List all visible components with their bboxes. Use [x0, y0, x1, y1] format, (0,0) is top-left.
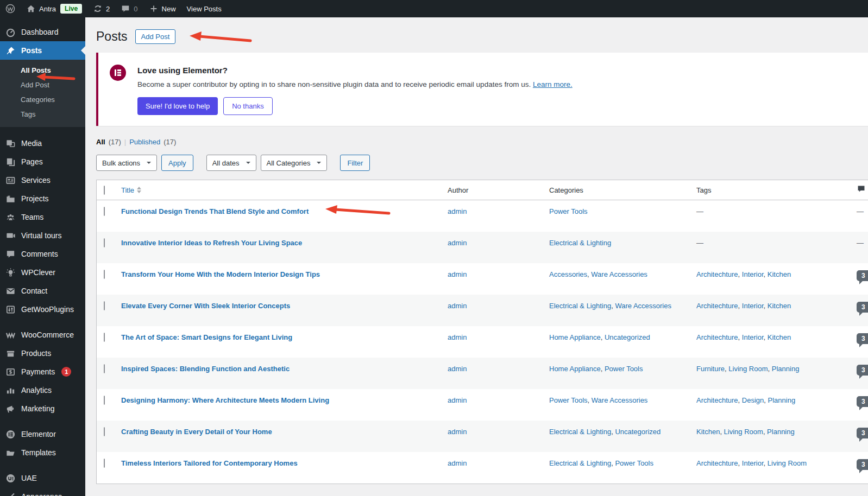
- category-link[interactable]: Home Appliance: [549, 365, 601, 373]
- filter-published-link[interactable]: Published: [129, 138, 160, 146]
- banner-decline-button[interactable]: No thanks: [223, 97, 273, 115]
- post-title-link[interactable]: Designing Harmony: Where Architecture Me…: [121, 396, 329, 404]
- sidebar-item-products[interactable]: Products: [0, 344, 85, 363]
- category-link[interactable]: Power Tools: [549, 207, 588, 215]
- submenu-item-categories[interactable]: Categories: [0, 92, 85, 107]
- submenu-item-tags[interactable]: Tags: [0, 107, 85, 122]
- sidebar-item-wpclever[interactable]: WPClever: [0, 263, 85, 282]
- sidebar-item-dashboard[interactable]: Dashboard: [0, 23, 85, 41]
- category-link[interactable]: Electrical & Lighting: [549, 428, 611, 436]
- sidebar-item-marketing[interactable]: Marketing: [0, 399, 85, 418]
- tag-link[interactable]: Furniture: [696, 365, 725, 373]
- filter-button[interactable]: Filter: [340, 155, 370, 171]
- sidebar-item-elementor[interactable]: Elementor: [0, 425, 85, 443]
- row-checkbox[interactable]: [104, 238, 105, 247]
- author-link[interactable]: admin: [448, 459, 467, 467]
- row-checkbox[interactable]: [104, 459, 105, 468]
- row-checkbox[interactable]: [104, 207, 105, 216]
- view-posts-menu[interactable]: View Posts: [181, 0, 227, 17]
- tag-link[interactable]: Architechture: [696, 333, 738, 341]
- sidebar-item-uae[interactable]: UAE: [0, 469, 85, 487]
- tag-link[interactable]: Living Room: [724, 428, 763, 436]
- author-link[interactable]: admin: [448, 207, 467, 215]
- tag-link[interactable]: Design: [742, 396, 764, 404]
- post-title-link[interactable]: Innovative Interior Ideas to Refresh You…: [121, 239, 302, 247]
- tag-link[interactable]: Kitchen: [768, 302, 791, 310]
- tag-link[interactable]: Architechture: [696, 396, 738, 404]
- row-checkbox[interactable]: [104, 333, 105, 342]
- comments-menu[interactable]: 0: [115, 0, 143, 17]
- author-link[interactable]: admin: [448, 270, 467, 278]
- post-title-link[interactable]: Crafting Beauty in Every Detail of Your …: [121, 428, 272, 436]
- sidebar-item-analytics[interactable]: Analytics: [0, 381, 85, 399]
- author-link[interactable]: admin: [448, 396, 467, 404]
- column-header-title[interactable]: Title: [121, 186, 448, 194]
- tag-link[interactable]: Kitchen: [768, 333, 791, 341]
- comment-count-bubble[interactable]: 3: [857, 459, 868, 470]
- add-post-button[interactable]: Add Post: [135, 29, 176, 44]
- sidebar-item-appearance[interactable]: Appearance: [0, 487, 85, 496]
- tag-link[interactable]: Living Room: [728, 365, 768, 373]
- apply-button[interactable]: Apply: [161, 155, 193, 171]
- sidebar-item-pages[interactable]: Pages: [0, 152, 85, 171]
- row-checkbox[interactable]: [104, 364, 105, 373]
- tag-link[interactable]: Kitchen: [768, 270, 791, 278]
- author-link[interactable]: admin: [448, 428, 467, 436]
- categories-select[interactable]: All Categories: [261, 155, 328, 171]
- tag-link[interactable]: Interior: [742, 459, 764, 467]
- comment-count-bubble[interactable]: 3: [857, 333, 868, 344]
- tag-link[interactable]: Planning: [767, 428, 795, 436]
- sidebar-item-services[interactable]: Services: [0, 171, 85, 189]
- sidebar-item-getwooplugins[interactable]: GetWooPlugins: [0, 300, 85, 319]
- submenu-item-add-post[interactable]: Add Post: [0, 78, 85, 92]
- tag-link[interactable]: Architechture: [696, 302, 738, 310]
- row-checkbox[interactable]: [104, 270, 105, 279]
- post-title-link[interactable]: The Art of Space: Smart Designs for Eleg…: [121, 333, 292, 341]
- tag-link[interactable]: Planning: [772, 365, 800, 373]
- tag-link[interactable]: Planning: [768, 396, 796, 404]
- post-title-link[interactable]: Elevate Every Corner With Sleek Interior…: [121, 302, 290, 310]
- sidebar-item-teams[interactable]: Teams: [0, 208, 85, 226]
- new-content-menu[interactable]: New: [143, 0, 181, 17]
- category-link[interactable]: Uncategorized: [605, 333, 650, 341]
- tag-link[interactable]: Architechture: [696, 270, 738, 278]
- post-title-link[interactable]: Functional Design Trends That Blend Styl…: [121, 207, 309, 215]
- author-link[interactable]: admin: [448, 365, 467, 373]
- site-menu[interactable]: Antra Live: [21, 0, 87, 17]
- tag-link[interactable]: Interior: [742, 302, 764, 310]
- author-link[interactable]: admin: [448, 333, 467, 341]
- category-link[interactable]: Ware Accessories: [591, 270, 647, 278]
- category-link[interactable]: Home Appliance: [549, 333, 601, 341]
- category-link[interactable]: Electrical & Lighting: [549, 459, 611, 467]
- tag-link[interactable]: Interior: [742, 333, 764, 341]
- banner-accept-button[interactable]: Sure! I'd love to help: [137, 97, 218, 115]
- comment-count-bubble[interactable]: 3: [857, 428, 868, 438]
- category-link[interactable]: Uncategorized: [615, 428, 661, 436]
- submenu-item-all-posts[interactable]: All Posts: [0, 63, 85, 78]
- tag-link[interactable]: Kitchen: [696, 428, 720, 436]
- sidebar-item-posts[interactable]: Posts: [0, 41, 85, 60]
- filter-all-link[interactable]: All: [96, 138, 105, 146]
- row-checkbox[interactable]: [104, 301, 105, 310]
- sidebar-item-contact[interactable]: Contact: [0, 282, 85, 300]
- category-link[interactable]: Power Tools: [605, 365, 643, 373]
- comment-count-bubble[interactable]: 3: [857, 302, 868, 313]
- sidebar-item-woocommerce[interactable]: WooCommerce: [0, 326, 85, 344]
- category-link[interactable]: Power Tools: [549, 396, 588, 404]
- author-link[interactable]: admin: [448, 239, 467, 247]
- category-link[interactable]: Ware Accessories: [615, 302, 671, 310]
- tag-link[interactable]: Interior: [742, 270, 764, 278]
- updates-menu[interactable]: 2: [87, 0, 115, 17]
- post-title-link[interactable]: Timeless Interiors Tailored for Contempo…: [121, 459, 298, 467]
- comment-count-bubble[interactable]: 3: [857, 365, 868, 376]
- row-checkbox[interactable]: [104, 427, 105, 436]
- learn-more-link[interactable]: Learn more.: [533, 80, 573, 88]
- comment-count-bubble[interactable]: 3: [857, 396, 868, 407]
- category-link[interactable]: Power Tools: [615, 459, 653, 467]
- wordpress-logo[interactable]: [0, 0, 21, 17]
- select-all-checkbox[interactable]: [104, 186, 105, 195]
- category-link[interactable]: Ware Accessories: [592, 396, 648, 404]
- tag-link[interactable]: Architechture: [696, 459, 738, 467]
- sidebar-item-virtual-tours[interactable]: Virtual tours: [0, 226, 85, 245]
- category-link[interactable]: Electrical & Lighting: [549, 239, 611, 247]
